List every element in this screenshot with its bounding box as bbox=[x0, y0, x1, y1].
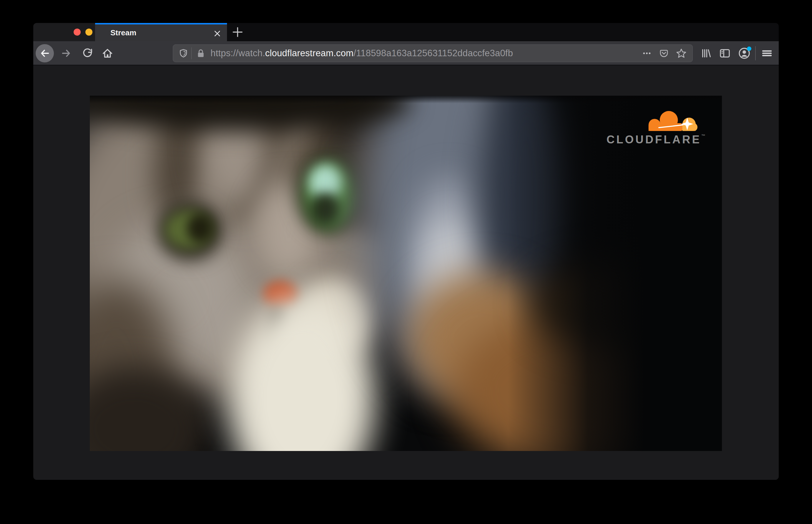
back-icon bbox=[39, 48, 50, 59]
home-icon bbox=[102, 48, 113, 59]
video-player[interactable]: CLOUDFLARE™ bbox=[90, 96, 722, 451]
page-content: CLOUDFLARE™ bbox=[33, 65, 779, 480]
plus-icon bbox=[232, 26, 243, 38]
url-text[interactable]: https://watch.cloudflarestream.com/11859… bbox=[211, 48, 513, 59]
close-icon bbox=[213, 30, 221, 37]
account-notification-badge bbox=[747, 47, 751, 51]
sidebar-toggle-button[interactable] bbox=[717, 41, 732, 65]
video-top-shadow bbox=[90, 96, 722, 103]
url-scheme-subdomain: https://watch. bbox=[211, 48, 265, 58]
navigation-toolbar: https://watch.cloudflarestream.com/11859… bbox=[33, 41, 779, 65]
reload-icon bbox=[82, 48, 93, 59]
cloudflare-cloud-icon bbox=[643, 110, 704, 133]
video-right-shadow bbox=[508, 96, 722, 451]
account-button[interactable] bbox=[737, 41, 752, 65]
cloudflare-watermark: CLOUDFLARE™ bbox=[606, 110, 705, 146]
library-icon bbox=[700, 47, 712, 59]
menu-button[interactable] bbox=[759, 41, 775, 65]
urlbar-action-icons bbox=[642, 48, 693, 59]
forward-button[interactable] bbox=[60, 41, 73, 65]
macos-minimize-button[interactable] bbox=[85, 29, 93, 36]
url-path: /118598a163a125631152ddaccfe3a0fb bbox=[354, 48, 513, 58]
trademark-symbol: ™ bbox=[701, 133, 705, 138]
bookmark-star-icon[interactable] bbox=[676, 48, 686, 59]
menu-hamburger-icon bbox=[761, 47, 773, 59]
new-tab-button[interactable] bbox=[231, 26, 244, 38]
page-actions-dots-icon[interactable] bbox=[642, 48, 652, 58]
url-domain: cloudflarestream.com bbox=[265, 48, 353, 58]
browser-window: Stream bbox=[33, 23, 779, 480]
lock-icon[interactable] bbox=[196, 48, 206, 59]
scene-blob bbox=[187, 213, 213, 243]
tab-bar: Stream bbox=[33, 23, 779, 41]
back-button[interactable] bbox=[36, 41, 54, 65]
back-button-circle bbox=[36, 44, 54, 62]
cloudflare-wordmark: CLOUDFLARE™ bbox=[606, 133, 705, 146]
shield-icon[interactable] bbox=[178, 48, 189, 59]
macos-close-button[interactable] bbox=[74, 29, 81, 36]
scene-blob bbox=[311, 193, 340, 225]
tab-title: Stream bbox=[110, 28, 136, 37]
pocket-icon[interactable] bbox=[659, 48, 669, 58]
home-button[interactable] bbox=[101, 41, 114, 65]
toolbar-separator bbox=[755, 46, 756, 60]
library-button[interactable] bbox=[698, 41, 714, 65]
forward-icon bbox=[61, 48, 71, 59]
traffic-light-area bbox=[33, 23, 95, 41]
reload-button[interactable] bbox=[81, 41, 94, 65]
sidebar-icon bbox=[719, 47, 731, 59]
url-bar[interactable]: https://watch.cloudflarestream.com/11859… bbox=[173, 45, 693, 62]
tab-close-button[interactable] bbox=[212, 29, 222, 38]
urlbar-separator bbox=[191, 47, 192, 59]
tab-stream[interactable]: Stream bbox=[95, 23, 227, 41]
